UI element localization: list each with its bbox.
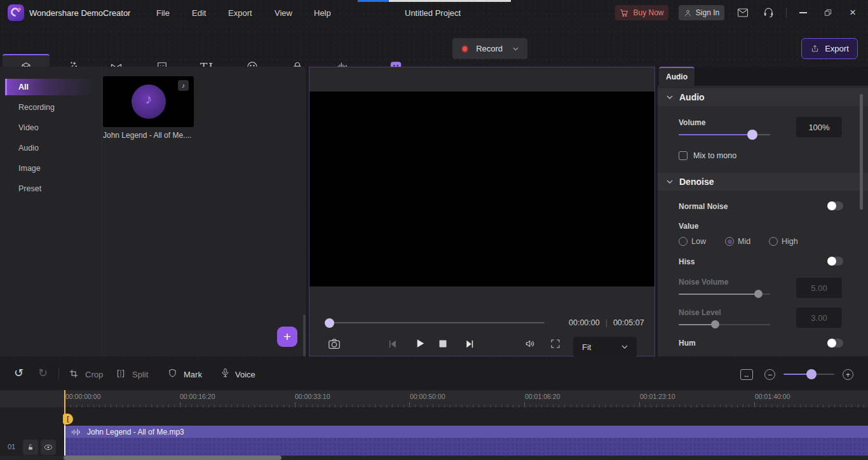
split-label[interactable]: Split bbox=[132, 370, 148, 379]
crop-label[interactable]: Crop bbox=[85, 370, 103, 379]
timeline-zoom-thumb[interactable] bbox=[806, 369, 817, 379]
ruler-tick bbox=[461, 405, 462, 407]
category-audio[interactable]: Audio bbox=[5, 140, 98, 156]
timeline-ruler[interactable]: 00:00:00:00 00:00:16:20 00:00:33:10 00:0… bbox=[0, 390, 868, 407]
menu-view[interactable]: View bbox=[275, 8, 292, 18]
denoise-section-header[interactable]: Denoise bbox=[658, 173, 868, 191]
previous-frame-button[interactable] bbox=[388, 339, 398, 349]
normal-noise-toggle[interactable] bbox=[827, 201, 843, 210]
ruler-tick bbox=[536, 405, 536, 407]
sign-in-button[interactable]: Sign In bbox=[679, 5, 724, 20]
category-recording[interactable]: Recording bbox=[5, 99, 98, 116]
track-visibility-button[interactable] bbox=[41, 440, 56, 455]
audio-clip[interactable]: John Legend - All of Me.mp3 bbox=[65, 426, 868, 456]
record-chevron-down-icon[interactable] bbox=[513, 47, 519, 51]
voice-mic-icon[interactable] bbox=[220, 367, 231, 379]
democreator-window: Wondershare DemoCreator File Edit Export… bbox=[0, 0, 868, 460]
radio-mid[interactable] bbox=[725, 237, 734, 246]
category-image[interactable]: Image bbox=[5, 160, 98, 177]
close-button[interactable]: × bbox=[846, 6, 860, 19]
audio-section-title: Audio bbox=[679, 92, 705, 102]
hiss-toggle[interactable] bbox=[827, 257, 843, 266]
ruler-tick bbox=[530, 405, 531, 407]
ruler-tick bbox=[248, 405, 249, 407]
redo-button[interactable]: ↻ bbox=[38, 366, 48, 380]
music-note-icon: ♪ bbox=[132, 91, 166, 107]
crop-icon[interactable] bbox=[69, 369, 79, 379]
timeline: 00:00:00:00 00:00:16:20 00:00:33:10 00:0… bbox=[0, 390, 868, 460]
ruler-tick bbox=[93, 405, 94, 407]
ruler-tick bbox=[708, 405, 709, 407]
ruler-tick bbox=[794, 405, 795, 407]
volume-slider-thumb[interactable] bbox=[747, 130, 757, 140]
undo-button[interactable]: ↺ bbox=[14, 366, 24, 380]
playhead-line-on-track bbox=[64, 426, 65, 456]
record-button[interactable]: Record bbox=[452, 38, 527, 59]
video-canvas[interactable] bbox=[309, 91, 654, 287]
menu-file[interactable]: File bbox=[156, 8, 170, 18]
restore-button[interactable] bbox=[821, 6, 835, 19]
timeline-hscrollbar-thumb[interactable] bbox=[64, 456, 281, 460]
mark-label[interactable]: Mark bbox=[184, 370, 202, 379]
hum-toggle[interactable] bbox=[827, 339, 843, 348]
media-item[interactable]: ♪ ♪ John Legend - All of Me.... bbox=[103, 76, 194, 140]
titlebar-divider bbox=[786, 8, 787, 18]
ruler-tick bbox=[766, 405, 766, 407]
ruler-tick bbox=[547, 405, 548, 407]
ruler-tick bbox=[111, 405, 111, 407]
ruler-tick bbox=[76, 405, 77, 407]
export-button[interactable]: Export bbox=[801, 38, 858, 59]
play-button[interactable] bbox=[414, 337, 426, 349]
ruler-tick bbox=[438, 405, 439, 407]
minimize-button[interactable] bbox=[796, 6, 810, 19]
library-scrollbar[interactable] bbox=[303, 315, 306, 356]
ruler-tick bbox=[283, 405, 284, 407]
zoom-out-button[interactable]: − bbox=[764, 369, 775, 380]
snapshot-camera-icon[interactable] bbox=[327, 337, 341, 351]
volume-speaker-icon[interactable] bbox=[524, 337, 537, 350]
seek-bar[interactable] bbox=[325, 322, 545, 323]
menu-edit[interactable]: Edit bbox=[192, 8, 206, 18]
playhead-handle[interactable]: [ bbox=[63, 414, 73, 424]
inspector-tab-audio[interactable]: Audio bbox=[659, 67, 695, 86]
fullscreen-icon[interactable] bbox=[550, 338, 561, 349]
menu-help[interactable]: Help bbox=[314, 8, 331, 18]
track-lock-button[interactable] bbox=[23, 440, 38, 455]
ruler-tick bbox=[99, 405, 100, 407]
fit-timeline-button[interactable]: ↔ bbox=[740, 369, 753, 380]
audio-section-header[interactable]: Audio bbox=[658, 88, 868, 106]
ruler-tick bbox=[341, 405, 341, 407]
ribbon: Library Effect Transition Annotation TI … bbox=[0, 25, 868, 67]
voice-label[interactable]: Voice bbox=[235, 370, 255, 379]
ruler-tick bbox=[231, 405, 232, 407]
add-media-button[interactable]: + bbox=[277, 327, 297, 347]
category-all[interactable]: All bbox=[5, 79, 98, 95]
next-frame-button[interactable] bbox=[464, 339, 475, 349]
inspector-scrollbar[interactable] bbox=[860, 94, 863, 210]
messages-icon[interactable] bbox=[737, 8, 749, 18]
zoom-in-button[interactable]: + bbox=[843, 369, 853, 380]
ruler-tick bbox=[628, 405, 628, 407]
mix-to-mono-checkbox[interactable] bbox=[679, 151, 688, 160]
split-icon[interactable] bbox=[116, 369, 126, 379]
volume-value[interactable]: 100% bbox=[796, 117, 842, 137]
zoom-mode-dropdown[interactable]: Fit bbox=[573, 337, 637, 357]
project-title: Untitled Project bbox=[405, 8, 461, 18]
radio-low[interactable] bbox=[679, 237, 688, 246]
support-headset-icon[interactable] bbox=[763, 6, 775, 18]
mark-shield-icon[interactable] bbox=[167, 368, 178, 379]
radio-high[interactable] bbox=[769, 237, 778, 246]
export-upload-icon bbox=[810, 44, 820, 53]
seek-thumb[interactable] bbox=[325, 318, 334, 328]
buy-now-button[interactable]: Buy Now bbox=[615, 5, 668, 20]
category-video[interactable]: Video bbox=[5, 119, 98, 136]
ruler-tick bbox=[760, 405, 761, 407]
ruler-tick bbox=[381, 405, 381, 407]
ruler-tick bbox=[444, 405, 445, 407]
category-preset[interactable]: Preset bbox=[5, 180, 98, 197]
loading-bar-progress bbox=[358, 0, 389, 2]
stop-button[interactable] bbox=[438, 339, 448, 349]
timeline-toolbar: ↺ ↻ Crop Split Mark Voice ↔ − + bbox=[0, 358, 868, 390]
menu-export[interactable]: Export bbox=[228, 8, 252, 18]
ruler-tick bbox=[306, 405, 307, 407]
